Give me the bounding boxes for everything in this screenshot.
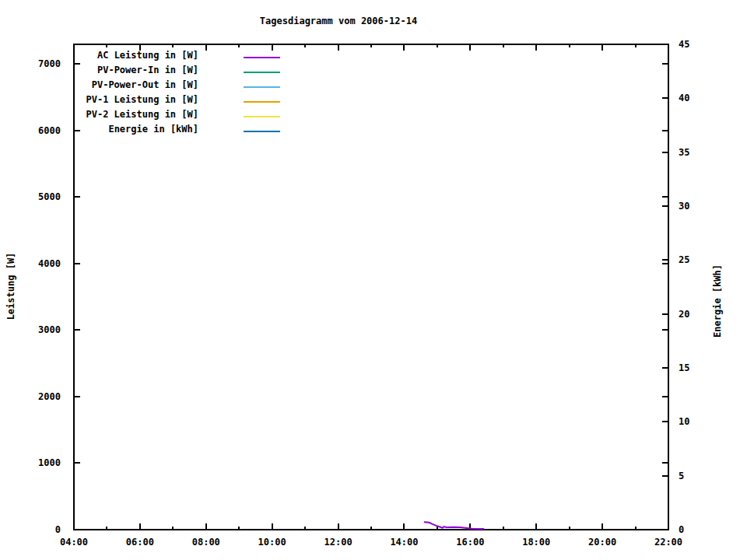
x-tick-label: 06:00 bbox=[126, 537, 154, 548]
legend-label: PV-Power-In in [W] bbox=[97, 65, 198, 75]
y-tick-label: 7000 bbox=[38, 58, 61, 69]
x-tick-label: 04:00 bbox=[60, 537, 88, 548]
legend-line bbox=[244, 116, 280, 117]
y2-tick-label: 20 bbox=[679, 309, 689, 320]
y-tick-label: 0 bbox=[55, 524, 61, 535]
x-tick-label: 14:00 bbox=[390, 537, 418, 548]
x-tick-label: 08:00 bbox=[192, 537, 220, 548]
legend-label: Energie in [kWh] bbox=[108, 124, 198, 135]
y2-tick-label: 5 bbox=[679, 471, 684, 481]
y2-tick-label: 30 bbox=[679, 201, 689, 212]
y2-tick-label: 15 bbox=[679, 362, 689, 373]
series-line-ac-leistung-in-w bbox=[424, 522, 484, 529]
y2-tick-label: 10 bbox=[679, 416, 689, 427]
legend-line bbox=[244, 131, 280, 132]
y-tick-label: 1000 bbox=[38, 457, 61, 468]
y2-tick-label: 45 bbox=[679, 39, 689, 50]
legend-line bbox=[244, 86, 280, 88]
x-tick-label: 22:00 bbox=[654, 537, 682, 548]
legend-line bbox=[244, 101, 280, 103]
y2-tick-label: 25 bbox=[679, 254, 689, 265]
y-tick-label: 4000 bbox=[38, 258, 61, 269]
x-tick-label: 20:00 bbox=[588, 537, 616, 548]
x-tick-label: 16:00 bbox=[456, 537, 484, 548]
x-tick-label: 10:00 bbox=[258, 537, 286, 548]
y2-tick-label: 40 bbox=[679, 93, 689, 103]
y2-tick-label: 35 bbox=[679, 147, 689, 158]
legend-label: PV-2 Leistung in [W] bbox=[86, 109, 199, 120]
legend-line bbox=[244, 72, 280, 73]
y-tick-label: 3000 bbox=[38, 324, 61, 335]
x-tick-label: 12:00 bbox=[324, 537, 352, 548]
legend-label: AC Leistung in [W] bbox=[97, 50, 198, 61]
y2-tick-label: 0 bbox=[679, 524, 684, 535]
y-tick-label: 2000 bbox=[38, 391, 61, 402]
x-tick-label: 18:00 bbox=[522, 537, 550, 548]
legend-label: PV-1 Leistung in [W] bbox=[86, 94, 199, 105]
y-tick-label: 6000 bbox=[38, 125, 61, 136]
gnuplot-day-diagram: Tagesdiagramm vom 2006-12-14 Leistung [W… bbox=[0, 0, 747, 560]
legend-label: PV-Power-Out in [W] bbox=[92, 79, 198, 90]
legend-line bbox=[244, 57, 280, 58]
y-tick-label: 5000 bbox=[38, 191, 61, 202]
